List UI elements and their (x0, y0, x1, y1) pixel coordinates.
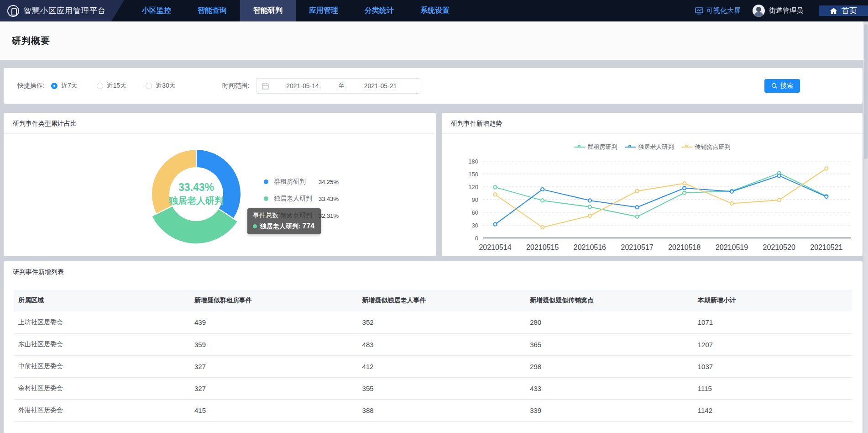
svg-text:120: 120 (468, 184, 478, 190)
radio-dot-icon (97, 83, 103, 89)
table-cell-region: 中前社区居委会 (14, 355, 190, 377)
top-navbar: 智慧小区应用管理平台 小区监控 智能查询 智能研判 应用管理 分类统计 系统设置… (0, 0, 868, 21)
data-point[interactable] (825, 167, 828, 170)
nav-item-settings[interactable]: 系统设置 (407, 0, 463, 21)
line-legend-item[interactable]: 群租房研判 (574, 143, 617, 151)
trend-panel-title: 研判事件新增趋势 (442, 113, 863, 134)
svg-text:20210517: 20210517 (621, 243, 654, 251)
radio-label: 近30天 (156, 82, 176, 90)
line-legend-item[interactable]: 传销窝点研判 (681, 143, 731, 151)
data-point[interactable] (588, 214, 591, 217)
data-point[interactable] (683, 191, 686, 195)
svg-text:20210520: 20210520 (763, 243, 795, 251)
start-date-value[interactable]: 2021-05-14 (269, 82, 337, 90)
table-cell-region: 东山社区居委会 (14, 333, 190, 355)
data-point[interactable] (541, 188, 544, 191)
table-cell-region: 上坊社区居委会 (14, 312, 190, 333)
svg-text:20210521: 20210521 (810, 243, 842, 251)
data-point[interactable] (636, 206, 639, 209)
data-point[interactable] (636, 215, 639, 218)
data-point[interactable] (493, 185, 497, 189)
data-point[interactable] (541, 226, 544, 229)
line-chart-legend: 群租房研判 独居老人研判 传销窝点研判 (442, 143, 863, 151)
pie-slice[interactable] (152, 149, 196, 214)
tooltip-series-name: 事件总数 (253, 211, 314, 220)
table-cell-value: 1115 (693, 377, 852, 399)
table-cell-value: 483 (358, 333, 526, 355)
svg-text:20210514: 20210514 (479, 243, 511, 251)
radio-last-30-days[interactable]: 近30天 (146, 82, 176, 90)
table-row[interactable]: 东山社区居委会3594833651207 (14, 333, 852, 355)
table-cell-value: 359 (190, 333, 358, 355)
data-point[interactable] (541, 199, 544, 202)
end-date-value[interactable]: 2021-05-21 (346, 82, 414, 90)
svg-text:20210515: 20210515 (526, 243, 559, 251)
data-point[interactable] (636, 190, 639, 193)
table-row[interactable]: 外港社区居委会4153883391142 (14, 399, 852, 421)
legend-line-icon (625, 144, 636, 150)
table-cell-value: 365 (525, 333, 693, 355)
table-cell-value: 1207 (693, 333, 852, 355)
visualization-screen-link[interactable]: 可视化大屏 (695, 6, 741, 15)
radio-dot-icon (146, 83, 152, 89)
table-row[interactable]: 余村社区居委会3273554331115 (14, 377, 852, 399)
table-cell-value: 1142 (693, 399, 852, 421)
legend-line-icon (574, 144, 586, 150)
data-point[interactable] (778, 174, 781, 177)
data-point[interactable] (683, 182, 686, 185)
table-column-header: 新增疑似疑似传销窝点 (525, 290, 693, 312)
app-title: 智慧小区应用管理平台 (24, 5, 106, 16)
data-point[interactable] (730, 202, 733, 205)
legend-dot-icon (264, 196, 268, 201)
home-label: 首页 (842, 5, 857, 16)
data-point[interactable] (588, 199, 591, 202)
svg-text:20210518: 20210518 (668, 243, 701, 251)
search-icon (771, 83, 778, 89)
trend-line[interactable] (495, 173, 826, 216)
user-box[interactable]: 街道管理员 (753, 5, 803, 17)
table-cell-value: 388 (358, 399, 526, 421)
dashboard-screen-icon (695, 7, 703, 15)
svg-text:180: 180 (468, 158, 478, 165)
home-button[interactable]: 首页 (819, 5, 868, 16)
line-legend-item[interactable]: 独居老人研判 (625, 143, 674, 151)
donut-chart[interactable]: 33.43% 独居老人研判 (139, 137, 253, 251)
pie-legend-item[interactable]: 独居老人研判 33.43% (264, 195, 339, 203)
data-point[interactable] (683, 186, 686, 190)
pie-chart-panel: 研判事件类型累计占比 33.43% 独居老人研判 群租房研判 34.25% 独居… (4, 113, 436, 256)
quick-actions-label: 快捷操作: (17, 82, 45, 90)
data-point[interactable] (493, 193, 497, 196)
data-point[interactable] (730, 190, 733, 193)
radio-last-7-days[interactable]: 近7天 (51, 82, 78, 90)
data-point[interactable] (493, 223, 497, 226)
data-point[interactable] (825, 195, 828, 198)
vertical-scrollbar[interactable] (863, 21, 868, 433)
search-button[interactable]: 搜索 (764, 79, 800, 93)
charts-row: 研判事件类型累计占比 33.43% 独居老人研判 群租房研判 34.25% 独居… (4, 113, 863, 256)
app-logo-icon (7, 5, 19, 17)
table-column-header: 所属区域 (14, 290, 190, 312)
table-cell-value: 339 (525, 399, 693, 421)
data-point[interactable] (588, 205, 591, 208)
scrollbar-thumb[interactable] (864, 24, 868, 159)
data-point[interactable] (778, 198, 781, 201)
table-panel-title: 研判事件新增列表 (4, 261, 863, 282)
nav-item-query[interactable]: 智能查询 (184, 0, 240, 21)
radio-dot-icon (51, 83, 58, 89)
nav-item-stats[interactable]: 分类统计 (351, 0, 407, 21)
table-column-header: 本期新增小计 (693, 290, 852, 312)
nav-item-analysis[interactable]: 智能研判 (240, 0, 296, 21)
nav-item-monitor[interactable]: 小区监控 (129, 0, 184, 21)
date-range-picker[interactable]: 2021-05-14 至 2021-05-21 (256, 78, 420, 94)
radio-last-15-days[interactable]: 近15天 (97, 82, 127, 90)
table-row[interactable]: 中前社区居委会3274122981037 (14, 355, 852, 377)
trend-chart-panel: 研判事件新增趋势 群租房研判 独居老人研判 传销窝点研判 03060901201 (442, 113, 863, 256)
pie-legend-item[interactable]: 群租房研判 34.25% (264, 178, 339, 186)
svg-text:20210519: 20210519 (716, 243, 748, 251)
user-avatar (753, 5, 765, 17)
table-row[interactable]: 上坊社区居委会4393522801071 (14, 312, 852, 333)
table-cell-region: 外港社区居委会 (14, 399, 190, 421)
nav-item-apps[interactable]: 应用管理 (296, 0, 351, 21)
search-button-label: 搜索 (780, 82, 793, 90)
line-chart[interactable]: 0306090120150180202105142021051520210516… (442, 154, 863, 256)
